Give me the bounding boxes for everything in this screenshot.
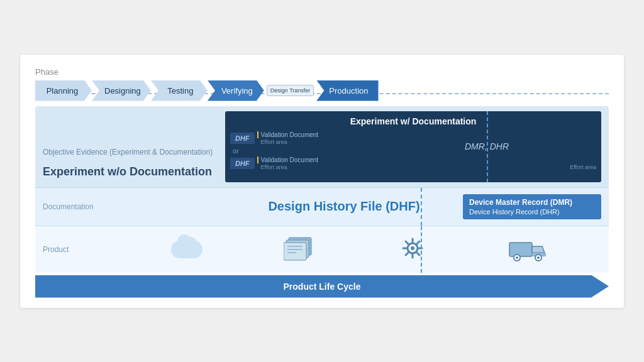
dmr-dhr-box: Device Master Record (DMR) Device Histor…: [463, 194, 601, 219]
dhf-row-1: DHF Validation Document Effort area: [230, 131, 369, 145]
val-doc-label-1: Validation Document: [257, 131, 369, 138]
documents-icon: [284, 234, 318, 265]
svg-point-7: [411, 246, 414, 250]
obj-no-doc-text: Experiment w/o Documentation: [43, 159, 225, 182]
svg-line-15: [406, 252, 408, 255]
dhf-row-2: DHF Validation Document Effort area: [230, 156, 369, 170]
val-doc-label-2: Validation Document: [257, 156, 369, 163]
svg-rect-16: [509, 243, 532, 256]
product-section: Product: [35, 226, 609, 273]
val-doc-2-wrap: Validation Document Effort area: [257, 156, 369, 170]
tool-icon: [398, 234, 427, 265]
product-icons-row: [118, 231, 601, 268]
phase-planning: Planning: [35, 80, 92, 101]
objective-evidence-section: Objective Evidence (Experiment & Documen…: [35, 106, 609, 188]
phase-testing: Testing: [151, 80, 208, 101]
svg-line-13: [417, 252, 419, 255]
doc-label: Documentation: [43, 202, 225, 211]
phase-production: Production: [316, 80, 378, 101]
svg-rect-2: [284, 243, 306, 260]
phase-row: Planning Designing Testing Verifying Des…: [35, 80, 609, 101]
dhf-label-2: DHF: [230, 158, 255, 169]
phase-designing: Designing: [92, 80, 151, 101]
phase-verifying: Verifying: [208, 80, 264, 101]
obj-right-content: DHF Validation Document Effort area or D…: [230, 131, 596, 170]
doc-label-col: Documentation: [43, 202, 225, 211]
effort-label-2: Effort area: [257, 164, 369, 170]
dmr-line2: Device History Record (DHR): [469, 208, 595, 216]
svg-line-12: [406, 241, 408, 244]
svg-marker-17: [532, 246, 545, 253]
svg-point-22: [537, 256, 540, 259]
obj-right: Experiment w/ Documentation DHF Validati…: [225, 111, 601, 182]
svg-line-14: [417, 241, 419, 244]
vertical-dashed-line: [487, 111, 488, 182]
val-doc-1-wrap: Validation Document Effort area: [257, 131, 369, 145]
dmr-dhr-area: DMR, DHR Effort area: [372, 131, 596, 170]
content-area: Objective Evidence (Experiment & Documen…: [35, 106, 609, 273]
phase-label: Phase: [35, 67, 609, 77]
product-label: Product: [43, 245, 118, 254]
vertical-dashed-line-prod: [421, 226, 422, 273]
dmr-line1: Device Master Record (DMR): [469, 198, 595, 207]
documentation-section: Documentation Design History File (DHF) …: [35, 188, 609, 226]
svg-point-20: [516, 256, 518, 259]
cloud-icon: [171, 241, 203, 258]
diagram-container: Phase Planning Designing Testing Verifyi…: [20, 55, 624, 308]
truck-icon: [508, 234, 548, 265]
obj-left: Objective Evidence (Experiment & Documen…: [43, 111, 225, 182]
vertical-dashed-line-doc: [421, 188, 422, 226]
design-transfer-box: Design Transfer: [267, 85, 314, 97]
dhf-main-label: Design History File (DHF): [225, 199, 463, 214]
dhf-stack: DHF Validation Document Effort area or D…: [230, 131, 369, 170]
lifecycle-bar: Product Life Cycle: [35, 275, 609, 298]
obj-label: Objective Evidence (Experiment & Documen…: [43, 148, 225, 156]
or-text: or: [230, 146, 369, 155]
lifecycle-label: Product Life Cycle: [284, 282, 361, 292]
product-label-col: Product: [43, 245, 118, 254]
dhf-label-1: DHF: [230, 133, 255, 144]
obj-right-title: Experiment w/ Documentation: [230, 116, 596, 126]
effort-label-1: Effort area: [257, 139, 369, 145]
